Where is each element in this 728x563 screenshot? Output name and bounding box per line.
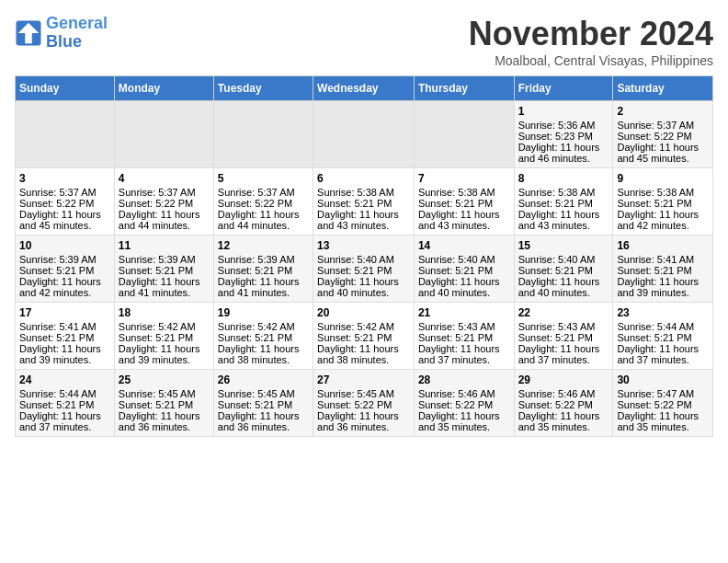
day-number: 16 xyxy=(617,239,709,252)
sunrise-text: Sunrise: 5:37 AM xyxy=(19,187,110,198)
day-number: 1 xyxy=(518,105,609,118)
weekday-header-row: SundayMondayTuesdayWednesdayThursdayFrid… xyxy=(16,76,713,101)
sunrise-text: Sunrise: 5:44 AM xyxy=(617,321,709,332)
sunset-text: Sunset: 5:22 PM xyxy=(617,131,709,142)
day-number: 21 xyxy=(418,306,510,319)
sunset-text: Sunset: 5:21 PM xyxy=(418,332,510,343)
sunset-text: Sunset: 5:21 PM xyxy=(418,198,510,209)
calendar-cell: 26Sunrise: 5:45 AMSunset: 5:21 PMDayligh… xyxy=(213,370,313,437)
sunrise-text: Sunrise: 5:46 AM xyxy=(518,388,609,399)
calendar-cell: 8Sunrise: 5:38 AMSunset: 5:21 PMDaylight… xyxy=(514,168,613,236)
day-number: 13 xyxy=(317,239,410,252)
calendar-cell: 2Sunrise: 5:37 AMSunset: 5:22 PMDaylight… xyxy=(613,101,713,168)
sunrise-text: Sunrise: 5:38 AM xyxy=(518,187,609,198)
day-number: 23 xyxy=(617,306,709,319)
daylight-text: Daylight: 11 hours and 39 minutes. xyxy=(617,276,709,298)
calendar-cell: 12Sunrise: 5:39 AMSunset: 5:21 PMDayligh… xyxy=(213,236,313,303)
daylight-text: Daylight: 11 hours and 39 minutes. xyxy=(19,343,110,365)
daylight-text: Daylight: 11 hours and 35 minutes. xyxy=(617,410,709,432)
weekday-header-friday: Friday xyxy=(514,76,613,101)
day-number: 26 xyxy=(218,373,309,386)
daylight-text: Daylight: 11 hours and 44 minutes. xyxy=(119,209,210,231)
calendar-cell: 21Sunrise: 5:43 AMSunset: 5:21 PMDayligh… xyxy=(414,303,514,370)
calendar-week-1: 1Sunrise: 5:36 AMSunset: 5:23 PMDaylight… xyxy=(16,101,713,168)
location-title: Moalboal, Central Visayas, Philippines xyxy=(469,53,713,68)
daylight-text: Daylight: 11 hours and 43 minutes. xyxy=(317,209,410,231)
day-number: 5 xyxy=(218,172,309,185)
day-number: 2 xyxy=(617,105,709,118)
sunrise-text: Sunrise: 5:37 AM xyxy=(119,187,210,198)
calendar-body: 1Sunrise: 5:36 AMSunset: 5:23 PMDaylight… xyxy=(16,101,713,437)
sunrise-text: Sunrise: 5:47 AM xyxy=(617,388,709,399)
calendar-header: SundayMondayTuesdayWednesdayThursdayFrid… xyxy=(16,76,713,101)
daylight-text: Daylight: 11 hours and 45 minutes. xyxy=(617,142,709,164)
day-number: 18 xyxy=(119,306,210,319)
calendar-cell: 18Sunrise: 5:42 AMSunset: 5:21 PMDayligh… xyxy=(114,303,213,370)
daylight-text: Daylight: 11 hours and 40 minutes. xyxy=(317,276,410,298)
calendar-cell: 10Sunrise: 5:39 AMSunset: 5:21 PMDayligh… xyxy=(16,236,115,303)
calendar-cell: 9Sunrise: 5:38 AMSunset: 5:21 PMDaylight… xyxy=(613,168,713,236)
calendar-cell: 22Sunrise: 5:43 AMSunset: 5:21 PMDayligh… xyxy=(514,303,613,370)
day-number: 10 xyxy=(19,239,110,252)
daylight-text: Daylight: 11 hours and 35 minutes. xyxy=(518,410,609,432)
calendar-cell xyxy=(114,101,213,168)
sunrise-text: Sunrise: 5:38 AM xyxy=(617,187,709,198)
daylight-text: Daylight: 11 hours and 42 minutes. xyxy=(617,209,709,231)
sunrise-text: Sunrise: 5:43 AM xyxy=(418,321,510,332)
sunset-text: Sunset: 5:21 PM xyxy=(617,332,709,343)
sunrise-text: Sunrise: 5:39 AM xyxy=(19,254,110,265)
sunrise-text: Sunrise: 5:37 AM xyxy=(617,120,709,131)
weekday-header-wednesday: Wednesday xyxy=(313,76,415,101)
sunset-text: Sunset: 5:21 PM xyxy=(418,265,510,276)
calendar-cell: 4Sunrise: 5:37 AMSunset: 5:22 PMDaylight… xyxy=(114,168,213,236)
day-number: 8 xyxy=(518,172,609,185)
calendar-cell: 6Sunrise: 5:38 AMSunset: 5:21 PMDaylight… xyxy=(313,168,415,236)
daylight-text: Daylight: 11 hours and 41 minutes. xyxy=(119,276,210,298)
daylight-text: Daylight: 11 hours and 42 minutes. xyxy=(19,276,110,298)
day-number: 3 xyxy=(19,172,110,185)
logo-text: General Blue xyxy=(46,15,108,52)
calendar-cell: 3Sunrise: 5:37 AMSunset: 5:22 PMDaylight… xyxy=(16,168,115,236)
calendar-cell: 14Sunrise: 5:40 AMSunset: 5:21 PMDayligh… xyxy=(414,236,514,303)
sunset-text: Sunset: 5:21 PM xyxy=(119,332,210,343)
calendar-cell: 13Sunrise: 5:40 AMSunset: 5:21 PMDayligh… xyxy=(313,236,415,303)
day-number: 15 xyxy=(518,239,609,252)
sunrise-text: Sunrise: 5:40 AM xyxy=(317,254,410,265)
day-number: 20 xyxy=(317,306,410,319)
daylight-text: Daylight: 11 hours and 40 minutes. xyxy=(518,276,609,298)
calendar-cell: 5Sunrise: 5:37 AMSunset: 5:22 PMDaylight… xyxy=(213,168,313,236)
weekday-header-tuesday: Tuesday xyxy=(213,76,313,101)
day-number: 28 xyxy=(418,373,510,386)
calendar-week-4: 17Sunrise: 5:41 AMSunset: 5:21 PMDayligh… xyxy=(16,303,713,370)
sunset-text: Sunset: 5:21 PM xyxy=(19,399,110,410)
day-number: 19 xyxy=(218,306,309,319)
day-number: 17 xyxy=(19,306,110,319)
calendar-cell xyxy=(313,101,415,168)
sunrise-text: Sunrise: 5:46 AM xyxy=(418,388,510,399)
sunrise-text: Sunrise: 5:37 AM xyxy=(218,187,309,198)
calendar-cell xyxy=(213,101,313,168)
day-number: 30 xyxy=(617,373,709,386)
sunrise-text: Sunrise: 5:42 AM xyxy=(119,321,210,332)
calendar-cell: 7Sunrise: 5:38 AMSunset: 5:21 PMDaylight… xyxy=(414,168,514,236)
sunset-text: Sunset: 5:21 PM xyxy=(617,265,709,276)
day-number: 11 xyxy=(119,239,210,252)
day-number: 22 xyxy=(518,306,609,319)
sunrise-text: Sunrise: 5:39 AM xyxy=(119,254,210,265)
sunset-text: Sunset: 5:21 PM xyxy=(119,265,210,276)
calendar-cell: 29Sunrise: 5:46 AMSunset: 5:22 PMDayligh… xyxy=(514,370,613,437)
sunset-text: Sunset: 5:21 PM xyxy=(317,265,410,276)
daylight-text: Daylight: 11 hours and 37 minutes. xyxy=(617,343,709,365)
daylight-text: Daylight: 11 hours and 37 minutes. xyxy=(518,343,609,365)
calendar-week-5: 24Sunrise: 5:44 AMSunset: 5:21 PMDayligh… xyxy=(16,370,713,437)
daylight-text: Daylight: 11 hours and 44 minutes. xyxy=(218,209,309,231)
calendar-cell: 19Sunrise: 5:42 AMSunset: 5:21 PMDayligh… xyxy=(213,303,313,370)
day-number: 12 xyxy=(218,239,309,252)
weekday-header-thursday: Thursday xyxy=(414,76,514,101)
sunrise-text: Sunrise: 5:43 AM xyxy=(518,321,609,332)
weekday-header-sunday: Sunday xyxy=(16,76,115,101)
sunrise-text: Sunrise: 5:45 AM xyxy=(218,388,309,399)
sunrise-text: Sunrise: 5:41 AM xyxy=(19,321,110,332)
daylight-text: Daylight: 11 hours and 37 minutes. xyxy=(418,343,510,365)
calendar-cell: 17Sunrise: 5:41 AMSunset: 5:21 PMDayligh… xyxy=(16,303,115,370)
